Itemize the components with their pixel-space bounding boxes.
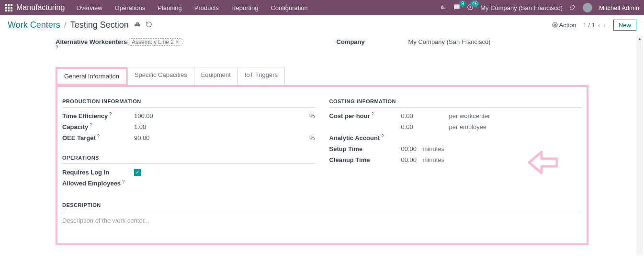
annotation-arrow-icon: [527, 149, 558, 177]
section-description: DESCRIPTION: [62, 202, 582, 211]
nav-item-operations[interactable]: Operations: [115, 4, 146, 11]
form-sheet: Alternative Workcenters ? Assembly Line …: [48, 35, 596, 245]
section-costing-info: COSTING INFORMATION: [329, 98, 582, 108]
tab-bar: General Information Specific Capacities …: [56, 67, 588, 85]
nav-item-planning[interactable]: Planning: [158, 4, 182, 11]
company-label: Company: [337, 38, 408, 45]
oee-unit: %: [309, 134, 315, 141]
time-efficiency-unit: %: [309, 112, 315, 119]
time-efficiency-label: Time Efficiency ?: [62, 112, 134, 119]
nav-item-products[interactable]: Products: [194, 4, 219, 11]
messaging-icon[interactable]: 9: [453, 4, 460, 12]
cost-per-hour-emp-value[interactable]: 0.00: [401, 123, 449, 130]
cleanup-time-unit: minutes: [423, 156, 445, 163]
analytic-account-label: Analytic Account ?: [329, 134, 401, 141]
capacity-value[interactable]: 1.00: [134, 123, 182, 130]
tab-specific-capacities[interactable]: Specific Capacities: [127, 67, 194, 85]
control-bar: Work Centers / Testing Section Action 1 …: [0, 15, 644, 35]
svg-point-1: [554, 24, 555, 26]
company-switcher[interactable]: My Company (San Francisco): [480, 4, 563, 11]
breadcrumb-sep: /: [64, 20, 67, 30]
nav-menu: Overview Operations Planning Products Re…: [76, 4, 307, 11]
oee-target-label: OEE Target ?: [62, 134, 134, 141]
cost-per-hour-wc-value[interactable]: 0.00: [401, 112, 449, 119]
tab-general-information[interactable]: General Information: [57, 68, 126, 84]
description-input[interactable]: Description of the work center...: [62, 217, 582, 224]
debug-icon[interactable]: [569, 4, 576, 12]
tab-equipment[interactable]: Equipment: [194, 67, 238, 85]
alt-workcenters-label: Alternative Workcenters ?: [56, 38, 127, 53]
tag-assembly-line-2[interactable]: Assembly Line 2 ×: [127, 38, 183, 46]
messaging-badge: 9: [459, 0, 466, 7]
tag-remove-icon[interactable]: ×: [176, 39, 179, 45]
discard-icon[interactable]: [146, 21, 152, 29]
nav-item-configuration[interactable]: Configuration: [271, 4, 307, 11]
setup-time-label: Setup Time: [329, 145, 401, 152]
breadcrumb-current: Testing Section: [70, 20, 129, 30]
company-value[interactable]: My Company (San Francisco): [408, 38, 589, 45]
avatar[interactable]: [583, 3, 592, 12]
user-name[interactable]: Mitchell Admin: [599, 4, 639, 11]
breadcrumb: Work Centers / Testing Section: [8, 20, 129, 30]
breadcrumb-root[interactable]: Work Centers: [8, 20, 60, 30]
pager-prev[interactable]: ‹: [598, 22, 600, 29]
oee-target-value[interactable]: 90.00: [134, 134, 182, 141]
capacity-label: Capacity ?: [62, 123, 134, 130]
cleanup-time-value[interactable]: 00:00: [401, 156, 423, 163]
pager: 1 / 1 ‹ ›: [583, 22, 607, 29]
activity-badge: 46: [470, 0, 479, 7]
allowed-employees-label: Allowed Employees ?: [62, 180, 134, 187]
tab-content-general: PRODUCTION INFORMATION Time Efficiency ?…: [56, 85, 588, 245]
requires-login-checkbox[interactable]: ✓: [134, 169, 141, 176]
vertical-scrollbar[interactable]: ▲: [636, 35, 643, 255]
activity-icon[interactable]: 46: [467, 4, 474, 12]
cost-per-hour-label: Cost per hour ?: [329, 112, 401, 119]
systray-icon[interactable]: [440, 4, 447, 12]
top-nav: Manufacturing Overview Operations Planni…: [0, 0, 644, 15]
app-brand[interactable]: Manufacturing: [16, 3, 65, 12]
section-operations: OPERATIONS: [62, 155, 315, 164]
section-production-info: PRODUCTION INFORMATION: [62, 98, 315, 108]
cost-per-hour-emp-unit: per employee: [449, 123, 487, 130]
nav-right: 9 46 My Company (San Francisco) Mitchell…: [440, 3, 639, 12]
alt-workcenters-value[interactable]: Assembly Line 2 ×: [127, 38, 308, 46]
cloud-save-icon[interactable]: [134, 21, 141, 30]
action-dropdown[interactable]: Action: [552, 22, 576, 29]
cost-per-hour-wc-unit: per workcenter: [449, 112, 490, 119]
apps-icon[interactable]: [5, 4, 12, 11]
time-efficiency-value[interactable]: 100.00: [134, 112, 182, 119]
cleanup-time-label: Cleanup Time: [329, 156, 401, 163]
new-button[interactable]: New: [613, 20, 636, 31]
scroll-up-icon[interactable]: ▲: [637, 36, 642, 41]
nav-item-overview[interactable]: Overview: [76, 4, 102, 11]
requires-login-label: Requires Log In: [62, 169, 134, 176]
tab-iot-triggers[interactable]: IoT Triggers: [237, 67, 285, 85]
pager-next[interactable]: ›: [604, 22, 606, 29]
nav-item-reporting[interactable]: Reporting: [231, 4, 258, 11]
setup-time-value[interactable]: 00:00: [401, 145, 423, 152]
setup-time-unit: minutes: [423, 145, 445, 152]
